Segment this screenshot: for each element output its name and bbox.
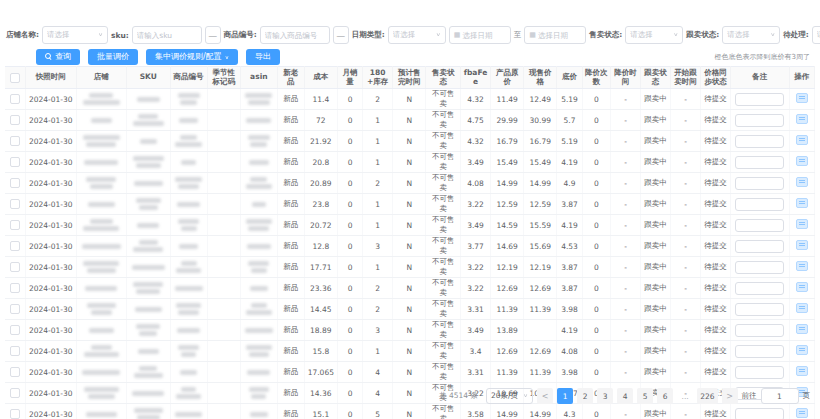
row-checkbox[interactable] (10, 388, 20, 398)
remark-input[interactable] (735, 219, 784, 232)
remark-input[interactable] (735, 282, 784, 295)
blurred-text (245, 93, 272, 98)
remark-input[interactable] (735, 114, 784, 127)
remark-input[interactable] (735, 156, 784, 169)
date-end-field[interactable] (538, 31, 581, 40)
cell-drop_count: 0 (582, 404, 610, 419)
cell-monthly_sales: 0 (337, 236, 362, 257)
remark-input[interactable] (735, 324, 784, 337)
remark-input[interactable] (735, 135, 784, 148)
page-number-5[interactable]: 5 (637, 388, 653, 404)
page-number-6[interactable]: 6 (657, 388, 673, 404)
page-number-1[interactable]: 1 (557, 388, 573, 404)
row-checkbox[interactable] (10, 157, 20, 167)
date-start-input[interactable]: ▦ (449, 26, 511, 44)
product-code-input[interactable] (265, 31, 325, 40)
cell-date: 2024-01-30 (26, 299, 77, 320)
batch-reprice-button[interactable]: 批量调价 (88, 49, 138, 65)
action-log-icon[interactable] (796, 135, 808, 145)
row-checkbox[interactable] (10, 283, 20, 293)
row-checkbox[interactable] (10, 220, 20, 230)
action-log-icon[interactable] (796, 345, 808, 355)
reprice-rule-config-button[interactable]: 集中调价规则/配置 ∨ (146, 49, 238, 65)
action-log-icon[interactable] (796, 366, 808, 376)
row-checkbox[interactable] (10, 367, 20, 377)
row-checkbox[interactable] (10, 178, 20, 188)
remark-input[interactable] (735, 303, 784, 316)
cell-original_price: 29.99 (491, 110, 524, 131)
row-checkbox[interactable] (10, 241, 20, 251)
sku-input-wrap (132, 26, 202, 44)
action-log-icon[interactable] (796, 240, 808, 250)
cell-floor_price: 3.98 (557, 362, 582, 383)
action-log-icon[interactable] (796, 324, 808, 334)
page-number-4[interactable]: 4 (617, 388, 633, 404)
remark-input[interactable] (735, 93, 784, 106)
chevron-down-icon: ∨ (523, 393, 528, 399)
sku-more-button[interactable]: — (205, 26, 221, 44)
remark-input[interactable] (735, 408, 784, 419)
blurred-text (133, 156, 165, 161)
follow-status-select[interactable]: 请选择 ∨ (722, 26, 780, 44)
action-log-icon[interactable] (796, 303, 808, 313)
remark-input[interactable] (735, 198, 784, 211)
date-end-input[interactable]: ▦ (524, 26, 586, 44)
row-checkbox[interactable] (10, 115, 20, 125)
cell-follow_status: 跟卖中 (641, 194, 671, 215)
row-checkbox[interactable] (10, 262, 20, 272)
remark-input[interactable] (735, 261, 784, 274)
sku-input[interactable] (137, 31, 197, 40)
masked-cell (170, 299, 207, 320)
action-log-icon[interactable] (796, 198, 808, 208)
page-number-2[interactable]: 2 (577, 388, 593, 404)
cell-sync_status: 待提交 (701, 236, 731, 257)
goto-page-input[interactable] (761, 388, 799, 404)
cell-fba_fee: 4.32 (461, 131, 491, 152)
action-log-icon[interactable] (796, 177, 808, 187)
page-size-select[interactable]: 20条/页 ∨ (486, 388, 533, 404)
action-log-icon[interactable] (796, 219, 808, 229)
store-name-select[interactable]: 请选择 ∨ (42, 26, 108, 44)
blurred-text (179, 118, 199, 123)
date-type-select[interactable]: 请选择 ∨ (388, 26, 446, 44)
page-number-3[interactable]: 3 (597, 388, 613, 404)
action-log-icon[interactable] (796, 282, 808, 292)
pending-select[interactable]: 请选择 ∨ (812, 26, 820, 44)
row-checkbox[interactable] (10, 136, 20, 146)
remark-input[interactable] (735, 366, 784, 379)
row-checkbox[interactable] (10, 346, 20, 356)
row-checkbox[interactable] (10, 94, 20, 104)
blurred-text (84, 387, 119, 392)
action-cell (789, 110, 815, 131)
cell-cost: 12.8 (304, 236, 337, 257)
action-log-icon[interactable] (796, 114, 808, 124)
select-all-checkbox[interactable] (10, 73, 20, 83)
row-checkbox[interactable] (10, 199, 20, 209)
action-log-icon[interactable] (796, 261, 808, 271)
product-code-more-button[interactable]: — (333, 26, 349, 44)
row-checkbox[interactable] (10, 409, 20, 419)
row-checkbox[interactable] (10, 304, 20, 314)
table-row: 2024-01-30新品17.7101N不可售卖3.2212.1912.193.… (5, 257, 815, 278)
date-start-field[interactable] (462, 31, 505, 40)
cell-sale_status: 不可售卖 (426, 89, 461, 110)
cell-drop_time: - (611, 173, 641, 194)
action-log-icon[interactable] (796, 93, 808, 103)
column-header: 降价时间 (611, 67, 641, 89)
page-number-226[interactable]: 226 (697, 388, 717, 404)
cell-cost: 23.8 (304, 194, 337, 215)
search-button[interactable]: 查询 (36, 49, 80, 65)
remark-input[interactable] (735, 240, 784, 253)
action-log-icon[interactable] (796, 408, 808, 418)
export-button[interactable]: 导出 (246, 49, 280, 65)
table-row: 2024-01-30新品20.7201N不可售卖3.4914.5915.594.… (5, 215, 815, 236)
sale-status-select[interactable]: 请选择 ∨ (625, 26, 683, 44)
blurred-text (86, 142, 116, 147)
remark-input[interactable] (735, 177, 784, 190)
prev-page-button[interactable]: < (537, 388, 553, 404)
next-page-button[interactable]: > (722, 388, 738, 404)
row-checkbox[interactable] (10, 325, 20, 335)
blurred-text (133, 121, 165, 126)
action-log-icon[interactable] (796, 156, 808, 166)
remark-input[interactable] (735, 345, 784, 358)
